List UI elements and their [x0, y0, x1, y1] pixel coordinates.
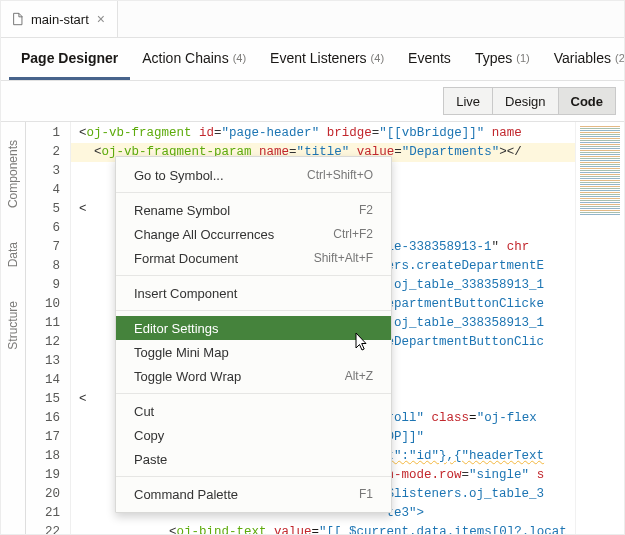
tab-variables[interactable]: Variables (2)	[542, 38, 624, 80]
line-number: 5	[26, 200, 70, 219]
line-number: 12	[26, 333, 70, 352]
menu-label: Command Palette	[134, 487, 238, 502]
menu-toggle-mini-map[interactable]: Toggle Mini Map	[116, 340, 391, 364]
line-number: 16	[26, 409, 70, 428]
line-number: 8	[26, 257, 70, 276]
menu-insert-component[interactable]: Insert Component	[116, 281, 391, 305]
line-number: 7	[26, 238, 70, 257]
file-tab-strip: main-start ×	[1, 1, 624, 38]
line-number: 13	[26, 352, 70, 371]
tab-count: (1)	[516, 52, 529, 64]
tab-label: Variables	[554, 50, 611, 66]
tab-count: (2)	[615, 52, 624, 64]
menu-go-to-symbol[interactable]: Go to Symbol... Ctrl+Shift+O	[116, 163, 391, 187]
line-number-gutter: 1 2 3 4 5 6 7 8 9 10 11 12 13 14 15 16 1…	[26, 122, 71, 535]
code-line: <oj-bind-text value="[[ $current.data.it…	[71, 523, 575, 535]
file-tab-label: main-start	[31, 12, 89, 27]
minimap-thumb	[580, 126, 620, 216]
line-number: 3	[26, 162, 70, 181]
line-number: 20	[26, 485, 70, 504]
menu-cut[interactable]: Cut	[116, 399, 391, 423]
menu-label: Change All Occurrences	[134, 227, 274, 242]
tab-label: Action Chains	[142, 50, 228, 66]
tab-label: Page Designer	[21, 50, 118, 66]
menu-separator	[116, 393, 391, 394]
view-design-button[interactable]: Design	[492, 87, 558, 115]
menu-shortcut: F1	[359, 487, 373, 501]
menu-label: Cut	[134, 404, 154, 419]
line-number: 2	[26, 143, 70, 162]
menu-rename-symbol[interactable]: Rename Symbol F2	[116, 198, 391, 222]
document-icon	[11, 12, 25, 26]
menu-toggle-word-wrap[interactable]: Toggle Word Wrap Alt+Z	[116, 364, 391, 388]
menu-shortcut: Alt+Z	[345, 369, 373, 383]
line-number: 19	[26, 466, 70, 485]
view-switcher-bar: Live Design Code	[1, 81, 624, 122]
button-label: Live	[456, 94, 480, 109]
file-tab-main-start[interactable]: main-start ×	[1, 1, 118, 37]
menu-label: Copy	[134, 428, 164, 443]
menu-label: Rename Symbol	[134, 203, 230, 218]
line-number: 18	[26, 447, 70, 466]
view-live-button[interactable]: Live	[443, 87, 493, 115]
menu-label: Toggle Word Wrap	[134, 369, 241, 384]
tab-page-designer[interactable]: Page Designer	[9, 38, 130, 80]
menu-separator	[116, 476, 391, 477]
menu-label: Insert Component	[134, 286, 237, 301]
menu-shortcut: Shift+Alt+F	[314, 251, 373, 265]
line-number: 17	[26, 428, 70, 447]
context-menu: Go to Symbol... Ctrl+Shift+O Rename Symb…	[115, 156, 392, 513]
line-number: 9	[26, 276, 70, 295]
tab-label: Types	[475, 50, 512, 66]
side-tab-structure[interactable]: Structure	[6, 301, 20, 350]
line-number: 1	[26, 124, 70, 143]
line-number: 10	[26, 295, 70, 314]
menu-command-palette[interactable]: Command Palette F1	[116, 482, 391, 506]
line-number: 14	[26, 371, 70, 390]
menu-label: Paste	[134, 452, 167, 467]
menu-label: Format Document	[134, 251, 238, 266]
tab-event-listeners[interactable]: Event Listeners (4)	[258, 38, 396, 80]
close-icon[interactable]: ×	[95, 9, 107, 29]
side-rail: Components Data Structure	[1, 122, 26, 535]
code-line: <oj-vb-fragment id="page-header" bridge=…	[71, 124, 575, 143]
menu-label: Toggle Mini Map	[134, 345, 229, 360]
tab-label: Events	[408, 50, 451, 66]
menu-separator	[116, 275, 391, 276]
menu-label: Go to Symbol...	[134, 168, 224, 183]
view-code-button[interactable]: Code	[558, 87, 617, 115]
side-tab-data[interactable]: Data	[6, 242, 20, 267]
tab-action-chains[interactable]: Action Chains (4)	[130, 38, 258, 80]
menu-separator	[116, 310, 391, 311]
side-tab-components[interactable]: Components	[6, 140, 20, 208]
mode-tab-row: Page Designer Action Chains (4) Event Li…	[1, 38, 624, 81]
line-number: 6	[26, 219, 70, 238]
menu-paste[interactable]: Paste	[116, 447, 391, 471]
tab-count: (4)	[371, 52, 384, 64]
line-number: 11	[26, 314, 70, 333]
line-number: 21	[26, 504, 70, 523]
menu-shortcut: F2	[359, 203, 373, 217]
line-number: 15	[26, 390, 70, 409]
menu-change-all-occurrences[interactable]: Change All Occurrences Ctrl+F2	[116, 222, 391, 246]
line-number: 22	[26, 523, 70, 535]
tab-events[interactable]: Events	[396, 38, 463, 80]
button-label: Design	[505, 94, 545, 109]
menu-shortcut: Ctrl+F2	[333, 227, 373, 241]
menu-separator	[116, 192, 391, 193]
app-root: main-start × Page Designer Action Chains…	[0, 0, 625, 535]
menu-shortcut: Ctrl+Shift+O	[307, 168, 373, 182]
menu-label: Editor Settings	[134, 321, 219, 336]
menu-format-document[interactable]: Format Document Shift+Alt+F	[116, 246, 391, 270]
tab-count: (4)	[233, 52, 246, 64]
menu-copy[interactable]: Copy	[116, 423, 391, 447]
tab-types[interactable]: Types (1)	[463, 38, 542, 80]
tab-label: Event Listeners	[270, 50, 367, 66]
menu-editor-settings[interactable]: Editor Settings	[116, 316, 391, 340]
button-label: Code	[571, 94, 604, 109]
minimap[interactable]	[575, 122, 624, 535]
line-number: 4	[26, 181, 70, 200]
